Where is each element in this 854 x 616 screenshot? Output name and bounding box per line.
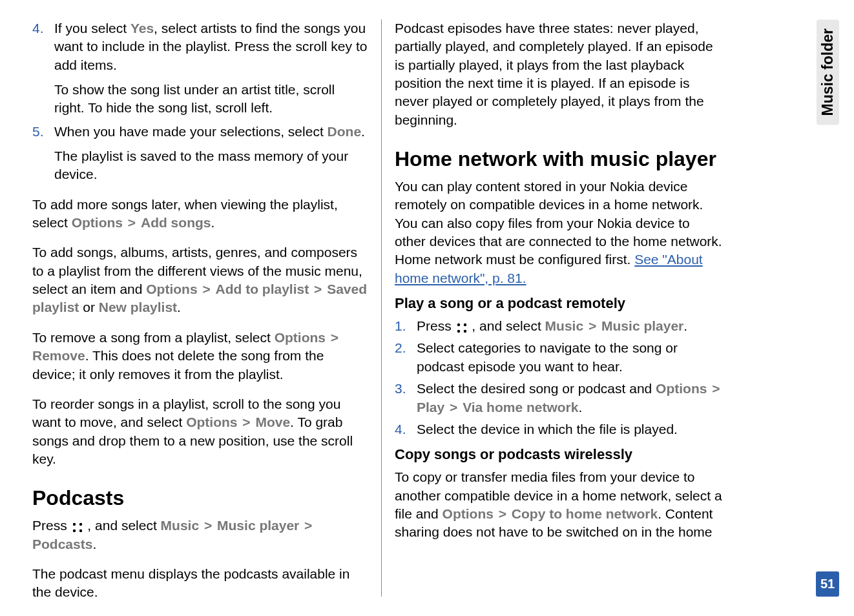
list-number: 2. — [395, 339, 417, 376]
remote-step-1: 1. Press , and select Music > Music play… — [395, 317, 724, 335]
step-5: 5. When you have made your selections, s… — [32, 123, 368, 184]
ui-label-yes: Yes — [130, 21, 154, 36]
ui-label-options: Options — [275, 330, 326, 345]
breadcrumb-separator: > — [237, 415, 255, 429]
list-number: 4. — [32, 19, 54, 118]
body-text: . — [177, 300, 181, 314]
body-text: , and select — [84, 518, 161, 533]
heading-home-network: Home network with music player — [395, 147, 724, 171]
breadcrumb-separator: > — [198, 282, 216, 296]
remote-step-4: 4. Select the device in which the file i… — [395, 420, 724, 438]
paragraph-podcasts-nav: Press , and select Music > Music player … — [32, 517, 368, 553]
ui-label-add-songs: Add songs — [141, 215, 211, 230]
body-text: To show the song list under an artist ti… — [54, 81, 368, 118]
svg-point-0 — [72, 522, 75, 525]
body-text: To remove a song from a playlist, select — [32, 330, 275, 345]
step-4: 4. If you select Yes, select artists to … — [32, 19, 368, 118]
body-text: If you select — [54, 21, 130, 36]
ui-label-options: Options — [72, 215, 123, 230]
list-number: 4. — [395, 420, 417, 438]
svg-point-4 — [457, 323, 459, 325]
breadcrumb-separator: > — [444, 400, 463, 415]
list-number: 5. — [32, 123, 54, 184]
body-text: or — [79, 300, 98, 314]
page-number: 51 — [816, 571, 839, 597]
paragraph-reorder: To reorder songs in a playlist, scroll t… — [32, 395, 368, 468]
heading-play-remotely: Play a song or a podcast remotely — [395, 295, 724, 312]
body-text: Select the desired song or podcast and — [417, 381, 656, 396]
body-text: Select categories to navigate to the son… — [417, 339, 724, 376]
breadcrumb-separator: > — [494, 506, 512, 521]
breadcrumb-separator: > — [326, 330, 340, 345]
section-tab: Music folder — [817, 19, 839, 125]
body-text: , and select — [468, 318, 545, 333]
body-text: . — [683, 318, 687, 333]
body-text: Press — [417, 318, 455, 333]
body-text: When you have made your selections, sele… — [54, 124, 328, 139]
body-text: Select the device in which the file is p… — [417, 420, 724, 438]
breadcrumb-separator: > — [583, 318, 601, 333]
paragraph-add-various: To add songs, albums, artists, genres, a… — [32, 243, 368, 316]
ui-label-music-player: Music player — [601, 318, 683, 333]
ui-label-play: Play — [417, 400, 444, 415]
svg-point-3 — [79, 529, 81, 531]
list-number: 1. — [395, 317, 417, 335]
breadcrumb-separator: > — [707, 381, 721, 396]
ui-label-move: Move — [255, 415, 290, 429]
remote-step-3: 3. Select the desired song or podcast an… — [395, 380, 724, 416]
ui-label-music-player: Music player — [217, 518, 299, 533]
list-number: 3. — [395, 380, 417, 416]
ui-label-options: Options — [186, 415, 237, 429]
menu-key-icon — [71, 520, 84, 533]
ui-label-options: Options — [146, 282, 197, 296]
ui-label-music: Music — [161, 518, 200, 533]
svg-point-1 — [79, 522, 81, 525]
ui-label-done: Done — [328, 124, 362, 139]
page-sidebar: Music folder 51 — [814, 19, 841, 597]
left-column: 4. If you select Yes, select artists to … — [32, 19, 381, 597]
svg-point-2 — [72, 529, 75, 531]
heading-copy-wirelessly: Copy songs or podcasts wirelessly — [395, 446, 724, 463]
body-text: . — [578, 400, 582, 415]
paragraph-remove: To remove a song from a playlist, select… — [32, 329, 368, 384]
body-text: . — [92, 537, 96, 551]
ui-label-new-playlist: New playlist — [99, 300, 177, 314]
ui-label-remove: Remove — [32, 348, 85, 363]
menu-key-icon — [455, 321, 468, 334]
ui-label-copy-to-home-network: Copy to home network — [512, 506, 658, 521]
remote-step-2: 2. Select categories to navigate to the … — [395, 339, 724, 376]
ui-label-options: Options — [443, 506, 494, 521]
body-text: Press — [32, 518, 71, 533]
svg-point-5 — [463, 323, 466, 325]
body-text: The playlist is saved to the mass memory… — [54, 147, 368, 184]
body-text: . — [211, 215, 214, 230]
right-column: Podcast episodes have three states: neve… — [381, 19, 730, 597]
ui-label-via-home-network: Via home network — [463, 400, 578, 415]
breadcrumb-separator: > — [123, 215, 141, 230]
heading-podcasts: Podcasts — [32, 486, 368, 510]
breadcrumb-separator: > — [309, 282, 327, 296]
paragraph-podcast-menu: The podcast menu displays the podcasts a… — [32, 565, 368, 602]
ui-label-options: Options — [656, 381, 707, 396]
paragraph-copy: To copy or transfer media files from you… — [395, 468, 724, 541]
ui-label-add-to-playlist: Add to playlist — [216, 282, 309, 296]
paragraph-add-later: To add more songs later, when viewing th… — [32, 196, 368, 232]
ui-label-music: Music — [545, 318, 584, 333]
paragraph-home-network: You can play content stored in your Noki… — [395, 178, 724, 287]
body-text: . — [361, 124, 365, 139]
ui-label-podcasts: Podcasts — [32, 537, 92, 551]
svg-point-7 — [463, 329, 466, 332]
breadcrumb-separator: > — [299, 518, 313, 533]
svg-point-6 — [457, 329, 459, 332]
paragraph-episode-states: Podcast episodes have three states: neve… — [395, 19, 724, 129]
breadcrumb-separator: > — [199, 518, 217, 533]
